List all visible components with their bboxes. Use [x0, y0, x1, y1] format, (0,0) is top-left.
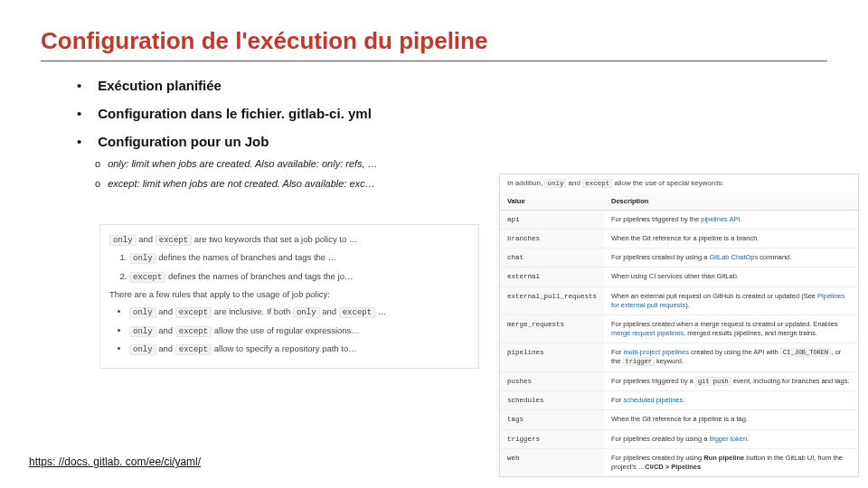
cell-value: external_pull_requests	[500, 286, 604, 314]
cell-description: For multi-project pipelines created by u…	[604, 343, 858, 372]
doc-rule-2: only and except allow the use of regular…	[129, 324, 469, 338]
doc-snippet-left: only and except are two keywords that se…	[99, 224, 479, 369]
table-row: pushesFor pipelines triggered by a git p…	[500, 371, 858, 390]
cell-value: web	[500, 448, 604, 476]
cell-value: chat	[500, 249, 604, 267]
cell-description: For scheduled pipelines.	[604, 391, 858, 410]
cell-description: For pipelines created by using a GitLab …	[604, 249, 858, 267]
bullet-2: •Configuration dans le fichier. gitlab-c…	[77, 106, 827, 121]
cell-description: When using CI services other than GitLab…	[604, 267, 858, 286]
cell-description: For pipelines triggered by the pipelines…	[604, 211, 858, 230]
table-row: chatFor pipelines created by using a Git…	[500, 249, 858, 267]
doc-rule-3: only and except allow to specify a repos…	[129, 342, 469, 356]
code-only: only	[109, 235, 137, 246]
cell-value: pushes	[500, 371, 604, 390]
table-row: pipelinesFor multi-project pipelines cre…	[500, 343, 858, 372]
cell-value: branches	[500, 230, 604, 249]
main-bullets: •Exécution planifiée •Configuration dans…	[77, 78, 827, 149]
cell-value: pipelines	[500, 343, 604, 372]
cell-description: For pipelines created by using a trigger…	[604, 429, 858, 448]
doc-rules-intro: There are a few rules that apply to the …	[109, 287, 469, 301]
table-row: externalWhen using CI services other tha…	[500, 267, 858, 286]
sub-only-text: only: limit when jobs are created. Also …	[108, 158, 378, 169]
footer-link[interactable]: https: //docs. gitlab. com/ee/ci/yaml/	[29, 455, 201, 468]
cell-description: When the Git reference for a pipeline is…	[604, 230, 858, 249]
code-except: except	[156, 235, 192, 246]
cell-description: When an external pull request on GitHub …	[604, 286, 858, 314]
cell-value: api	[500, 211, 604, 230]
bullet-3: •Configuration pour un Job	[77, 134, 827, 149]
table-row: webFor pipelines created by using Run pi…	[500, 448, 858, 476]
cell-description: For pipelines triggered by a git push ev…	[604, 371, 858, 390]
slide-title: Configuration de l'exécution du pipeline	[41, 27, 827, 61]
doc-li-1: only defines the names of branches and t…	[129, 250, 469, 265]
cell-description: For pipelines created when a merge reque…	[604, 314, 858, 343]
cell-value: merge_requests	[500, 314, 604, 343]
keywords-table-panel: In addition, only and except allow the u…	[499, 174, 859, 477]
sub-except-text: except: limit when jobs are not created.…	[108, 178, 375, 189]
table-row: external_pull_requestsWhen an external p…	[500, 286, 858, 314]
cell-value: tags	[500, 410, 604, 429]
sub-only: oonly: limit when jobs are created. Also…	[95, 158, 827, 169]
cell-value: triggers	[500, 429, 604, 448]
table-row: apiFor pipelines triggered by the pipeli…	[500, 211, 858, 230]
col-value: Value	[500, 192, 604, 211]
table-row: schedulesFor scheduled pipelines.	[500, 391, 858, 410]
table-row: branchesWhen the Git reference for a pip…	[500, 230, 858, 249]
bullet-2-text: Configuration dans le fichier. gitlab-ci…	[98, 106, 372, 121]
table-row: merge_requestsFor pipelines created when…	[500, 314, 858, 343]
cell-description: When the Git reference for a pipeline is…	[604, 410, 858, 429]
doc-li-2: except defines the names of branches and…	[129, 269, 469, 284]
table-row: tagsWhen the Git reference for a pipelin…	[500, 410, 858, 429]
table-row: triggersFor pipelines created by using a…	[500, 429, 858, 448]
keywords-table: Value Description apiFor pipelines trigg…	[500, 192, 858, 476]
cell-value: schedules	[500, 391, 604, 410]
doc-rule-1: only and except are inclusive. If both o…	[129, 305, 469, 319]
col-description: Description	[604, 192, 858, 211]
cell-value: external	[500, 267, 604, 286]
doc-p1: only and except are two keywords that se…	[109, 232, 469, 247]
bullet-3-text: Configuration pour un Job	[98, 134, 269, 149]
cell-description: For pipelines created by using Run pipel…	[604, 448, 858, 476]
bullet-1-text: Exécution planifiée	[98, 78, 222, 93]
bullet-1: •Exécution planifiée	[77, 78, 827, 93]
table-intro: In addition, only and except allow the u…	[500, 174, 858, 192]
